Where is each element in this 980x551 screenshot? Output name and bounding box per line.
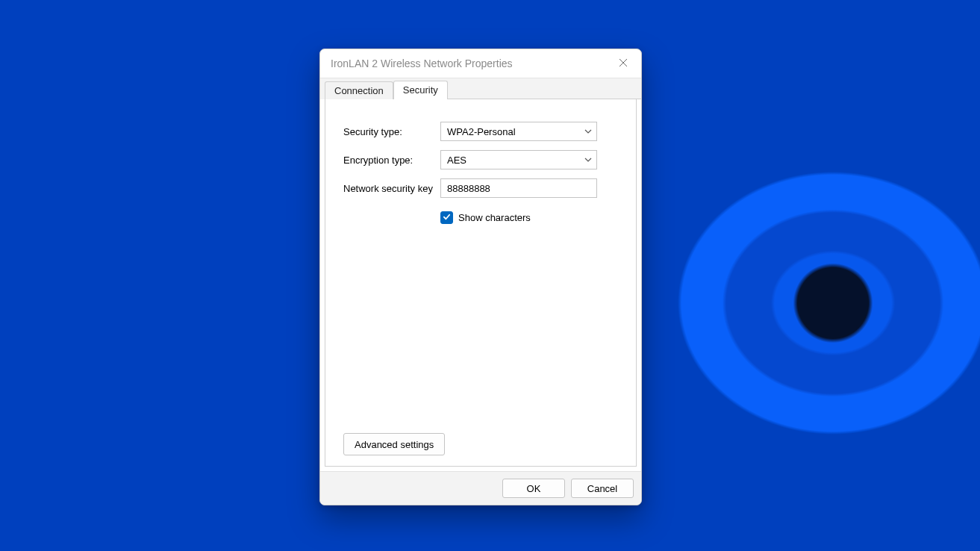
tab-connection-label: Connection <box>334 85 384 96</box>
ok-button-label: OK <box>527 483 541 494</box>
tab-panel-security: Security type: WPA2-Personal Encryption … <box>325 99 637 467</box>
advanced-settings-button[interactable]: Advanced settings <box>343 433 445 455</box>
close-button[interactable] <box>613 53 634 74</box>
wireless-properties-dialog: IronLAN 2 Wireless Network Properties Co… <box>319 49 642 505</box>
network-key-label: Network security key <box>343 183 440 194</box>
network-key-input[interactable] <box>440 178 597 198</box>
ok-button[interactable]: OK <box>502 479 565 498</box>
row-network-key: Network security key <box>343 178 618 198</box>
show-characters-label: Show characters <box>458 212 531 223</box>
titlebar: IronLAN 2 Wireless Network Properties <box>320 49 641 78</box>
row-encryption-type: Encryption type: AES <box>343 150 618 169</box>
encryption-type-label: Encryption type: <box>343 155 440 166</box>
cancel-button[interactable]: Cancel <box>571 479 634 498</box>
show-characters-checkbox[interactable] <box>440 211 453 224</box>
security-type-dropdown[interactable]: WPA2-Personal <box>440 122 597 141</box>
cancel-button-label: Cancel <box>587 483 617 494</box>
security-type-value: WPA2-Personal <box>447 126 516 137</box>
security-type-label: Security type: <box>343 126 440 137</box>
close-icon <box>619 58 628 69</box>
encryption-type-value: AES <box>447 155 466 166</box>
advanced-settings-label: Advanced settings <box>355 439 434 450</box>
dialog-footer: OK Cancel <box>320 471 641 505</box>
tab-security-label: Security <box>403 84 438 96</box>
chevron-down-icon <box>584 156 592 164</box>
tab-connection[interactable]: Connection <box>325 81 393 100</box>
check-icon <box>443 212 451 223</box>
row-show-characters: Show characters <box>440 211 618 224</box>
row-security-type: Security type: WPA2-Personal <box>343 122 618 141</box>
encryption-type-dropdown[interactable]: AES <box>440 150 597 169</box>
tab-security[interactable]: Security <box>393 81 448 100</box>
tab-strip: Connection Security <box>320 78 641 99</box>
tabstrip-filler <box>448 78 641 99</box>
spacer <box>343 224 618 433</box>
chevron-down-icon <box>584 128 592 135</box>
window-title: IronLAN 2 Wireless Network Properties <box>331 57 513 69</box>
